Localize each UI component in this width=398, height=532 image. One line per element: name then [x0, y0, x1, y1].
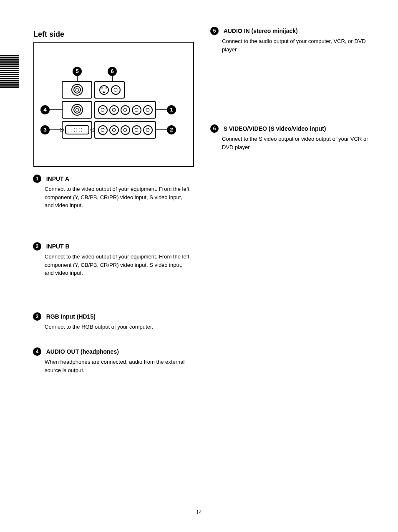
- callout-4: 4: [40, 105, 50, 114]
- lead-line: [77, 76, 78, 81]
- headphone-jack-icon: [71, 104, 83, 116]
- input-b-panel: [94, 121, 156, 139]
- page-number: 14: [196, 509, 202, 515]
- callout-6: 6: [108, 67, 117, 76]
- lead-line: [156, 109, 167, 110]
- item-body: Connect to the video output of your equi…: [45, 253, 191, 277]
- item-number-badge: 5: [210, 27, 219, 35]
- item-number-badge: 1: [33, 175, 41, 183]
- item-body: Connect to the S video output or video o…: [222, 135, 369, 151]
- callout-2: 2: [167, 125, 176, 134]
- item-heading: S VIDEO/VIDEO (S video/video input): [224, 125, 326, 132]
- margin-stripes-icon: [0, 55, 19, 88]
- rca-jack-icon: [143, 105, 153, 115]
- item-body: Connect to the RGB output of your comput…: [45, 323, 191, 331]
- rca-jack-icon: [121, 125, 130, 135]
- lead-line: [50, 129, 62, 130]
- item-6: 6 S VIDEO/VIDEO (S video/video input) Co…: [210, 124, 369, 151]
- input-a-panel: [94, 101, 156, 119]
- lead-line: [112, 76, 113, 81]
- lead-line: [156, 129, 167, 130]
- item-1: 1 INPUT A Connect to the video output of…: [33, 175, 191, 210]
- item-heading: INPUT B: [46, 243, 70, 250]
- item-number-badge: 6: [210, 124, 219, 133]
- svideo-jack-icon: [99, 85, 109, 95]
- rgb-panel: • • • • •• • • • •: [62, 121, 92, 139]
- manual-page: Left side: [0, 0, 398, 532]
- rca-jack-icon: [132, 105, 141, 115]
- section-title: Left side: [33, 30, 64, 39]
- item-body: Connect to the audio output of your comp…: [222, 37, 369, 53]
- audio-out-panel: [62, 101, 92, 119]
- item-5: 5 AUDIO IN (stereo minijack) Connect to …: [210, 27, 369, 53]
- svideo-video-panel: [94, 81, 125, 99]
- rca-jack-icon: [143, 125, 153, 135]
- item-4: 4 AUDIO OUT (headphones) When headphones…: [33, 347, 191, 374]
- item-number-badge: 4: [33, 347, 41, 356]
- video-jack-icon: [111, 85, 121, 95]
- rca-jack-icon: [98, 105, 108, 115]
- item-3: 3 RGB input (HD15) Connect to the RGB ou…: [33, 312, 191, 331]
- item-heading: AUDIO IN (stereo minijack): [224, 28, 298, 34]
- rca-jack-icon: [121, 105, 130, 115]
- rca-jack-icon: [109, 125, 119, 135]
- item-number-badge: 2: [33, 242, 41, 251]
- rca-jack-icon: [98, 125, 108, 135]
- item-body: When headphones are connected, audio fro…: [45, 358, 191, 374]
- rca-jack-icon: [109, 105, 119, 115]
- vga-connector-icon: • • • • •• • • • •: [60, 125, 95, 134]
- callout-5: 5: [73, 67, 82, 76]
- rca-jack-icon: [132, 125, 141, 135]
- audio-jack-icon: [71, 84, 83, 96]
- item-2: 2 INPUT B Connect to the video output of…: [33, 242, 191, 277]
- lead-line: [50, 109, 62, 110]
- item-heading: RGB input (HD15): [46, 313, 96, 320]
- item-body: Connect to the video output of your equi…: [45, 185, 191, 210]
- callout-3: 3: [40, 125, 50, 134]
- audio-in-panel: [62, 81, 92, 99]
- connector-panel-figure: • • • • •• • • • • 5 6 4 3 1 2: [33, 42, 194, 167]
- item-number-badge: 3: [33, 312, 41, 321]
- item-heading: AUDIO OUT (headphones): [46, 348, 119, 355]
- item-heading: INPUT A: [46, 175, 69, 182]
- callout-1: 1: [167, 105, 176, 114]
